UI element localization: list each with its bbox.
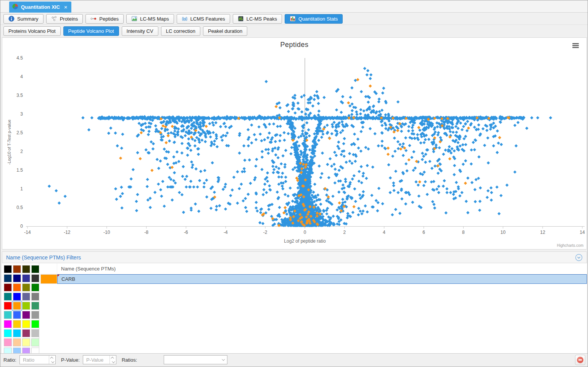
row-name-cell[interactable]: CARB	[57, 274, 587, 284]
stats-subtab-toolbar: Proteins Volcano PlotPeptide Volcano Plo…	[0, 25, 588, 37]
x-tick-label: 12	[540, 230, 545, 235]
subtab-peptide-volcano-plot[interactable]: Peptide Volcano Plot	[63, 26, 119, 36]
color-swatch[interactable]	[13, 348, 21, 353]
color-swatch[interactable]	[4, 320, 12, 328]
color-swatch[interactable]	[22, 265, 30, 273]
peptide-chain-icon	[90, 16, 97, 22]
color-swatch[interactable]	[4, 348, 12, 353]
x-axis-title: Log2 of peptide ratio	[284, 238, 326, 244]
volcano-plot-panel: -14-12-10-8-6-4-20246810121400.511.522.5…	[2, 37, 587, 249]
button-label: Peptides	[99, 16, 119, 22]
table-header-row: Name (Sequence PTMs)	[40, 263, 587, 274]
color-swatch[interactable]	[31, 274, 39, 282]
tab-lc-ms-maps[interactable]: LC-MS Maps	[126, 14, 174, 24]
color-swatch[interactable]	[13, 274, 21, 282]
subtab-lc-correction[interactable]: LC correction	[161, 26, 200, 36]
color-swatch[interactable]	[31, 265, 39, 273]
close-icon[interactable]: ×	[64, 4, 68, 10]
color-swatch[interactable]	[22, 329, 30, 337]
subtab-peakel-duration[interactable]: Peakel duration	[203, 26, 247, 36]
color-swatch[interactable]	[22, 293, 30, 301]
button-label: LC-MS Peaks	[246, 16, 277, 22]
color-swatch[interactable]	[4, 338, 12, 346]
subtab-intensity-cv[interactable]: Intensity CV	[122, 26, 158, 36]
tab-proteins[interactable]: Proteins	[46, 14, 83, 24]
color-swatch[interactable]	[13, 338, 21, 346]
y-tick-label: 3.5	[16, 93, 23, 98]
x-tick-label: 8	[462, 230, 465, 235]
tab-peptides[interactable]: Peptides	[85, 14, 124, 24]
color-swatch[interactable]	[31, 311, 39, 319]
tab-quantitation-xic[interactable]: Quantitation XIC ×	[9, 2, 71, 13]
color-swatch[interactable]	[13, 265, 21, 273]
y-tick-label: 2.5	[16, 130, 23, 135]
color-palette-panel	[2, 263, 39, 353]
tab-quantitation-stats[interactable]: Quantitation Stats	[285, 14, 343, 24]
tab-summary[interactable]: Summary	[3, 14, 43, 24]
color-swatch[interactable]	[4, 302, 12, 310]
x-tick-label: -12	[64, 230, 71, 235]
x-tick-label: -8	[144, 230, 148, 235]
button-label: Summary	[17, 16, 39, 22]
color-swatch[interactable]	[13, 329, 21, 337]
color-swatch[interactable]	[4, 329, 12, 337]
highcharts-credits[interactable]: Highcharts.com	[557, 243, 583, 248]
color-swatch[interactable]	[22, 320, 30, 328]
button-label: Peakel duration	[208, 28, 242, 34]
pvalue-spinner[interactable]	[110, 356, 116, 364]
spin-up-icon[interactable]	[110, 356, 116, 360]
y-tick-label: 2	[20, 149, 23, 154]
color-swatch[interactable]	[31, 329, 39, 337]
volcano-plot-chart[interactable]: -14-12-10-8-6-4-20246810121400.511.522.5…	[2, 38, 587, 250]
color-swatch[interactable]	[22, 302, 30, 310]
tab-lc-ms-peaks[interactable]: LC-MS Peaks	[233, 14, 282, 24]
ratios-dropdown[interactable]	[164, 355, 227, 364]
color-swatch[interactable]	[22, 311, 30, 319]
row-color-swatch[interactable]	[40, 274, 57, 284]
color-swatch[interactable]	[13, 283, 21, 291]
y-tick-label: 3	[20, 111, 23, 117]
color-swatch[interactable]	[22, 338, 30, 346]
color-swatch[interactable]	[22, 274, 30, 282]
hamburger-menu-icon[interactable]	[572, 43, 579, 48]
button-label: Proteins Volcano Plot	[8, 28, 56, 34]
filter-settings-bar: Ratio: P-Value: Ratios:	[0, 353, 588, 366]
color-swatch[interactable]	[31, 348, 39, 353]
color-swatch[interactable]	[4, 265, 12, 273]
name-column-header: Name (Sequence PTMs)	[57, 266, 116, 272]
remove-filter-button[interactable]	[575, 355, 585, 365]
ratio-spinner[interactable]	[49, 356, 55, 364]
color-swatch[interactable]	[31, 320, 39, 328]
subtab-proteins-volcano-plot[interactable]: Proteins Volcano Plot	[3, 26, 61, 36]
scatter-series-peptides[interactable]	[48, 67, 552, 227]
color-swatch[interactable]	[13, 293, 21, 301]
button-label: LC-MS Maps	[140, 16, 169, 22]
color-swatch[interactable]	[22, 348, 30, 353]
tab-lcms-features[interactable]: LCMS Features	[177, 14, 230, 24]
spin-down-icon[interactable]	[49, 360, 55, 364]
x-tick-label: -14	[24, 230, 31, 235]
color-swatch[interactable]	[31, 338, 39, 346]
color-swatch[interactable]	[31, 283, 39, 291]
filter-table-row[interactable]: CARB	[40, 274, 587, 284]
color-swatch[interactable]	[4, 311, 12, 319]
color-swatch[interactable]	[13, 311, 21, 319]
pvalue-field	[83, 355, 116, 364]
x-tick-label: 4	[383, 230, 385, 235]
color-swatch[interactable]	[4, 293, 12, 301]
chevron-circle-down-icon[interactable]	[575, 254, 583, 261]
color-swatch[interactable]	[4, 274, 12, 282]
stats-icon	[290, 16, 296, 22]
button-label: Intensity CV	[127, 28, 153, 34]
x-tick-label: 6	[422, 230, 425, 235]
y-tick-label: 4	[20, 74, 23, 79]
color-swatch[interactable]	[13, 302, 21, 310]
color-swatch[interactable]	[22, 283, 30, 291]
color-swatch[interactable]	[31, 302, 39, 310]
spin-down-icon[interactable]	[110, 360, 116, 364]
y-tick-label: 0	[20, 224, 23, 229]
color-swatch[interactable]	[4, 283, 12, 291]
spin-up-icon[interactable]	[49, 356, 55, 360]
color-swatch[interactable]	[13, 320, 21, 328]
color-swatch[interactable]	[31, 293, 39, 301]
